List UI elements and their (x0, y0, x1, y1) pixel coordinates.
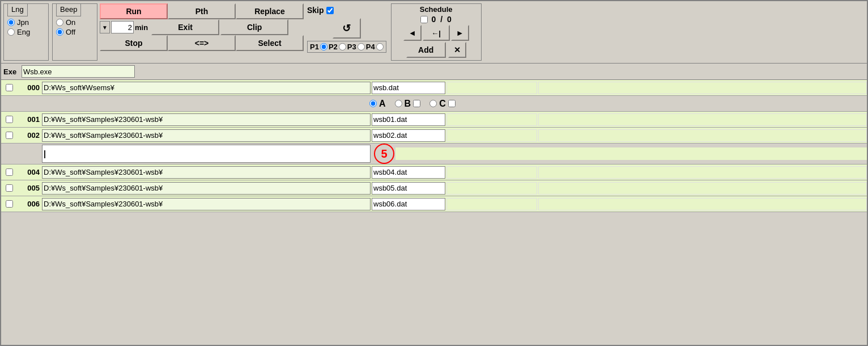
row-001-check[interactable] (1, 116, 17, 123)
cursor-bar: | (44, 149, 46, 158)
row-004-file[interactable] (372, 166, 445, 179)
data-area: 000 A B C 001 (1, 80, 867, 345)
p1-radio[interactable] (320, 43, 327, 50)
schedule-slash: / (440, 15, 442, 24)
row-002-extra2 (538, 129, 867, 142)
row-006-extra1 (446, 198, 537, 210)
schedule-row2: ◄ ←| ► (394, 25, 479, 41)
table-row: 002 (1, 128, 867, 144)
row-000-file[interactable] (372, 82, 445, 94)
refresh-button[interactable]: ↺ (333, 18, 361, 39)
row-006-path[interactable] (42, 198, 371, 210)
ab-b-radio[interactable] (395, 100, 402, 107)
ab-c-checkbox[interactable] (448, 100, 456, 107)
row-006-extra2 (538, 198, 867, 210)
sch-right-button[interactable]: ► (451, 25, 469, 41)
p3-radio[interactable] (358, 43, 365, 50)
beep-on-label: On (66, 18, 75, 27)
row-000-check[interactable] (1, 84, 17, 91)
row-002-path[interactable] (42, 129, 371, 142)
lng-jpn-label: Jpn (17, 18, 29, 27)
p4-label: P4 (366, 43, 375, 51)
arrow-button[interactable]: <=> (168, 35, 236, 51)
pth-button[interactable]: Pth (168, 3, 236, 19)
exe-input[interactable] (22, 65, 135, 78)
row-001-extra1 (446, 113, 537, 126)
exe-row: Exe (1, 64, 867, 80)
ab-c-label: C (439, 99, 446, 109)
ab-row: A B C (1, 96, 867, 112)
schedule-title: Schedule (394, 5, 479, 14)
lng-jpn-row: Jpn (7, 18, 45, 27)
row-005-check[interactable] (1, 184, 17, 192)
p2-radio[interactable] (339, 43, 346, 50)
row-001-path[interactable] (42, 113, 371, 126)
skip-checkbox[interactable] (326, 7, 334, 14)
row-002-check[interactable] (1, 132, 17, 139)
row-006-num: 006 (17, 200, 42, 208)
row-005-file[interactable] (372, 182, 445, 195)
ab-a-label: A (379, 99, 386, 109)
row-006-check[interactable] (1, 200, 17, 208)
schedule-section: Schedule 0 / 0 ◄ ←| ► Add ✕ (391, 3, 482, 61)
lng-eng-label: Eng (17, 28, 30, 36)
p3-label: P3 (347, 43, 356, 51)
row-004-check[interactable] (1, 168, 17, 176)
exit-button[interactable]: Exit (151, 19, 219, 35)
ab-c-group: C (429, 99, 456, 109)
row-006-file[interactable] (372, 198, 445, 210)
sch-left-button[interactable]: ◄ (403, 25, 422, 41)
main-window: Lng Jpn Eng Beep On (0, 0, 868, 346)
btn-row-2: ▼ min Exit Clip (100, 19, 304, 35)
row-002-num: 002 (17, 131, 42, 140)
row-001-file[interactable] (372, 113, 445, 126)
run-button[interactable]: Run (100, 3, 168, 19)
row-000-num: 000 (17, 83, 42, 92)
row-005-extra1 (446, 182, 537, 195)
beep-on-radio[interactable] (56, 19, 63, 26)
timer-input[interactable] (111, 21, 134, 33)
row-002-file[interactable] (372, 129, 445, 142)
beep-on-row: On (56, 18, 93, 27)
sch-mid-button[interactable]: ←| (423, 25, 450, 41)
table-row: 004 (1, 164, 867, 180)
row-000-extra2 (538, 82, 867, 94)
x-button[interactable]: ✕ (448, 42, 466, 58)
timer-dropdown[interactable]: ▼ (100, 21, 110, 33)
row-000-path[interactable] (42, 82, 371, 94)
row-005-extra2 (538, 182, 867, 195)
row-003-special: | 5 (1, 144, 867, 164)
beep-off-radio[interactable] (56, 28, 63, 36)
row-004-extra1 (446, 166, 537, 179)
ab-b-checkbox[interactable] (413, 100, 420, 107)
lng-group: Lng Jpn Eng (3, 3, 49, 61)
btn-row-1: Run Pth Replace (100, 3, 304, 19)
row-005-num: 005 (17, 184, 42, 192)
schedule-num1: 0 (431, 15, 436, 24)
ab-c-radio[interactable] (429, 100, 437, 107)
schedule-checkbox[interactable] (420, 16, 428, 23)
schedule-nums: 0 / 0 (431, 15, 451, 24)
skip-label: Skip (307, 6, 324, 15)
p4-radio[interactable] (376, 43, 384, 50)
schedule-row3: Add ✕ (394, 42, 479, 58)
toolbar: Lng Jpn Eng Beep On (1, 1, 867, 64)
ab-a-group: A (369, 99, 386, 109)
row-002-extra1 (446, 129, 537, 142)
select-button[interactable]: Select (236, 35, 304, 51)
p2-label: P2 (329, 43, 338, 51)
row-005-path[interactable] (42, 182, 371, 195)
clip-button[interactable]: Clip (220, 19, 288, 35)
row-004-path[interactable] (42, 166, 371, 179)
table-row: 006 (1, 196, 867, 212)
ab-a-radio[interactable] (369, 100, 377, 107)
skip-section: Skip ↺ P1 P2 P3 P4 (307, 3, 386, 61)
add-button[interactable]: Add (406, 42, 446, 58)
lng-label: Lng (7, 3, 28, 16)
replace-button[interactable]: Replace (236, 3, 304, 19)
lng-jpn-radio[interactable] (7, 19, 15, 26)
circle-5-indicator: 5 (374, 144, 394, 164)
lng-eng-radio[interactable] (7, 28, 15, 36)
stop-button[interactable]: Stop (100, 35, 168, 51)
beep-label: Beep (56, 3, 81, 16)
